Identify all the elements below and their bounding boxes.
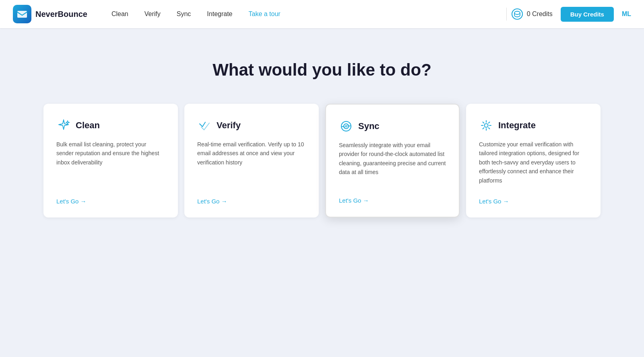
sparkle-icon xyxy=(56,118,71,133)
sync-icon xyxy=(339,119,353,133)
card-verify[interactable]: Verify Real-time email verification. Ver… xyxy=(184,104,319,217)
nav-divider xyxy=(506,8,507,21)
card-verify-title: Verify xyxy=(217,120,241,131)
card-sync-desc: Seamlessly integrate with your email pro… xyxy=(339,141,446,184)
logo-icon xyxy=(13,5,31,23)
card-verify-link[interactable]: Let's Go → xyxy=(197,198,306,205)
card-clean-link[interactable]: Let's Go → xyxy=(56,198,165,205)
nav-integrate[interactable]: Integrate xyxy=(207,10,232,18)
card-integrate-title: Integrate xyxy=(498,120,536,131)
gear-icon xyxy=(479,118,493,133)
verify-icon xyxy=(197,118,212,133)
card-sync-header: Sync xyxy=(339,119,446,133)
svg-point-3 xyxy=(345,125,347,127)
card-verify-header: Verify xyxy=(197,118,306,133)
logo-text: NeverBounce xyxy=(35,10,87,19)
svg-point-1 xyxy=(512,9,522,19)
card-clean-header: Clean xyxy=(56,118,165,133)
credits-count: 0 xyxy=(527,10,530,17)
card-integrate-desc: Customize your email verification with t… xyxy=(479,140,588,185)
card-clean-title: Clean xyxy=(76,120,100,131)
card-sync-title: Sync xyxy=(358,121,380,131)
nav-tour[interactable]: Take a tour xyxy=(249,10,281,18)
credits-area: 0 Credits xyxy=(511,8,553,21)
card-clean[interactable]: Clean Bulk email list cleaning, protect … xyxy=(43,104,178,217)
nav-clean[interactable]: Clean xyxy=(111,10,128,18)
card-sync[interactable]: Sync Seamlessly integrate with your emai… xyxy=(325,104,460,217)
user-avatar[interactable]: ML xyxy=(622,10,631,18)
credits-label: Credits xyxy=(532,10,553,17)
card-integrate[interactable]: Integrate Customize your email verificat… xyxy=(466,104,601,217)
svg-rect-0 xyxy=(17,11,27,18)
buy-credits-button[interactable]: Buy Credits xyxy=(561,7,614,22)
card-sync-link[interactable]: Let's Go → xyxy=(339,197,446,204)
logo[interactable]: NeverBounce xyxy=(13,5,87,23)
svg-point-4 xyxy=(485,124,488,127)
card-integrate-link[interactable]: Let's Go → xyxy=(479,198,588,205)
page-title: What would you like to do? xyxy=(213,60,431,80)
cards-grid: Clean Bulk email list cleaning, protect … xyxy=(40,104,604,217)
nav-sync[interactable]: Sync xyxy=(177,10,191,18)
card-verify-desc: Real-time email verification. Verify up … xyxy=(197,140,306,185)
main-content: What would you like to do? Clean Bulk em… xyxy=(0,28,644,242)
card-clean-desc: Bulk email list cleaning, protect your s… xyxy=(56,140,165,185)
nav-verify[interactable]: Verify xyxy=(144,10,161,18)
credits-display: 0 Credits xyxy=(527,10,553,18)
credits-icon xyxy=(511,8,524,21)
main-nav: Clean Verify Sync Integrate Take a tour xyxy=(111,10,502,18)
card-integrate-header: Integrate xyxy=(479,118,588,133)
